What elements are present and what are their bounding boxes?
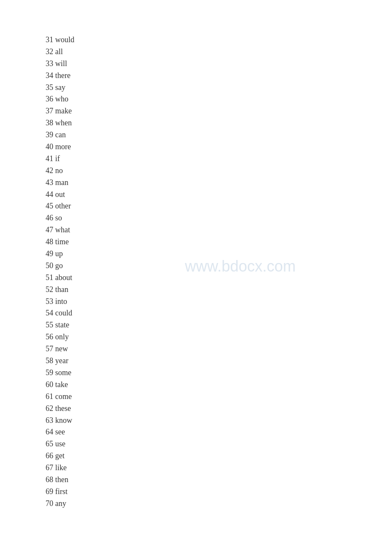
list-item: 52 than <box>46 284 392 296</box>
list-item: 64 see <box>46 426 392 438</box>
list-item: 67 like <box>46 462 392 474</box>
list-item: 40 more <box>46 141 392 153</box>
list-item: 34 there <box>46 70 392 82</box>
list-item: 53 into <box>46 296 392 308</box>
list-item: 39 can <box>46 129 392 141</box>
list-item: 66 get <box>46 450 392 462</box>
list-item: 55 state <box>46 319 392 331</box>
list-item: 46 so <box>46 212 392 224</box>
list-item: 68 then <box>46 474 392 486</box>
list-item: 56 only <box>46 331 392 343</box>
list-item: 59 some <box>46 367 392 379</box>
list-item: 45 other <box>46 200 392 212</box>
list-item: 32 all <box>46 46 392 58</box>
list-item: 49 up <box>46 248 392 260</box>
list-item: 70 any <box>46 498 392 510</box>
list-item: 51 about <box>46 272 392 284</box>
list-item: 54 could <box>46 307 392 319</box>
list-item: 36 who <box>46 93 392 105</box>
list-item: 31 would <box>46 34 392 46</box>
list-item: 61 come <box>46 391 392 403</box>
word-list: 31 would32 all33 will34 there35 say36 wh… <box>0 0 392 544</box>
list-item: 65 use <box>46 438 392 450</box>
list-item: 47 what <box>46 224 392 236</box>
list-item: 35 say <box>46 82 392 94</box>
list-item: 41 if <box>46 153 392 165</box>
list-item: 43 man <box>46 177 392 189</box>
list-item: 42 no <box>46 165 392 177</box>
list-item: 44 out <box>46 189 392 201</box>
list-item: 33 will <box>46 58 392 70</box>
list-item: 50 go <box>46 260 392 272</box>
list-item: 37 make <box>46 105 392 117</box>
list-item: 69 first <box>46 486 392 498</box>
list-item: 57 new <box>46 343 392 355</box>
list-item: 62 these <box>46 403 392 415</box>
list-item: 48 time <box>46 236 392 248</box>
list-item: 38 when <box>46 117 392 129</box>
list-item: 58 year <box>46 355 392 367</box>
list-item: 63 know <box>46 415 392 427</box>
list-item: 60 take <box>46 379 392 391</box>
